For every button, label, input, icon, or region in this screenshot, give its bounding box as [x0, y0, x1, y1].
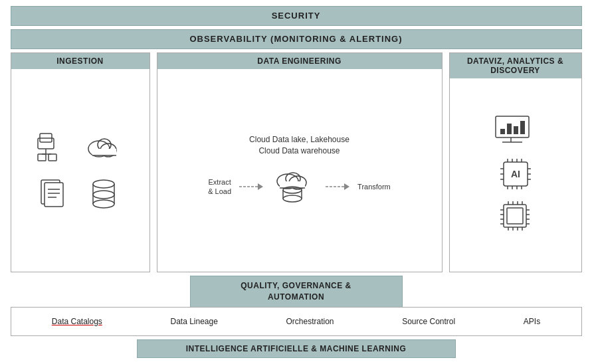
svg-rect-6 — [49, 154, 56, 161]
architecture-diagram: SECURITY OBSERVABILITY (MONITORING & ALE… — [11, 6, 582, 358]
dataviz-panel: DATAVIZ, ANALYTICS &DISCOVERY — [449, 52, 582, 272]
svg-rect-61 — [507, 208, 523, 224]
data-catalogs-item: Data Catalogs — [52, 317, 102, 326]
observability-banner: OBSERVABILITY (MONITORING & ALERTING) — [11, 29, 582, 49]
cloud-icon — [84, 130, 124, 167]
transform-arrow — [326, 181, 349, 193]
apis-item: APIs — [524, 317, 540, 326]
cloud-db-icon — [271, 167, 318, 207]
bottom-section: QUALITY, GOVERNANCE &AUTOMATION Data Cat… — [11, 276, 582, 358]
ingestion-icons — [30, 124, 131, 218]
ai-banner-wrap: INTELLIGENCE ARTIFICIELLE & MACHINE LEAR… — [11, 339, 582, 358]
documents-icon — [37, 175, 76, 211]
analytics-chart-icon — [492, 114, 539, 149]
quality-banner-wrap: QUALITY, GOVERNANCE &AUTOMATION — [11, 276, 582, 308]
dv-title: DATAVIZ, ANALYTICS &DISCOVERY — [450, 53, 581, 78]
de-body: Cloud Data lake, LakehouseCloud Data war… — [157, 69, 442, 272]
svg-rect-40 — [514, 126, 518, 134]
dv-body: AI — [450, 78, 581, 272]
de-title: DATA ENGINEERING — [157, 53, 442, 69]
ingestion-title: INGESTION — [11, 53, 149, 69]
svg-rect-5 — [38, 154, 46, 161]
de-flow: Extract& Load — [208, 167, 391, 207]
svg-point-20 — [93, 191, 114, 199]
svg-point-17 — [93, 180, 114, 188]
svg-marker-25 — [258, 183, 263, 190]
svg-point-34 — [283, 195, 302, 202]
data-lineage-item: Data Lineage — [170, 317, 217, 326]
svg-rect-13 — [45, 183, 63, 207]
svg-marker-36 — [344, 183, 349, 190]
ingestion-panel: INGESTION — [11, 52, 150, 272]
svg-text:AI: AI — [511, 169, 520, 179]
data-engineering-panel: DATA ENGINEERING Cloud Data lake, Lakeho… — [157, 52, 443, 272]
quality-row: Data Catalogs Data Lineage Orchestration… — [11, 307, 582, 336]
de-description: Cloud Data lake, LakehouseCloud Data war… — [249, 134, 349, 157]
quality-banner: QUALITY, GOVERNANCE &AUTOMATION — [190, 276, 403, 308]
database-icon — [84, 175, 124, 211]
cpu-icon — [494, 199, 537, 236]
svg-point-23 — [93, 200, 114, 208]
extract-arrow — [239, 181, 263, 193]
source-control-item: Source Control — [402, 317, 455, 326]
svg-rect-10 — [92, 149, 116, 155]
ai-banner: INTELLIGENCE ARTIFICIELLE & MACHINE LEAR… — [137, 339, 456, 358]
file-system-icon — [37, 130, 76, 167]
main-content-row: INGESTION — [11, 52, 582, 272]
extract-load-label: Extract& Load — [208, 177, 231, 197]
ai-icon: AI — [496, 157, 536, 191]
security-banner: SECURITY — [11, 6, 582, 26]
orchestration-item: Orchestration — [286, 317, 334, 326]
svg-rect-38 — [500, 129, 505, 134]
ingestion-body — [11, 69, 149, 272]
transform-label: Transform — [357, 182, 391, 191]
svg-rect-41 — [520, 121, 525, 134]
svg-rect-39 — [507, 124, 512, 134]
